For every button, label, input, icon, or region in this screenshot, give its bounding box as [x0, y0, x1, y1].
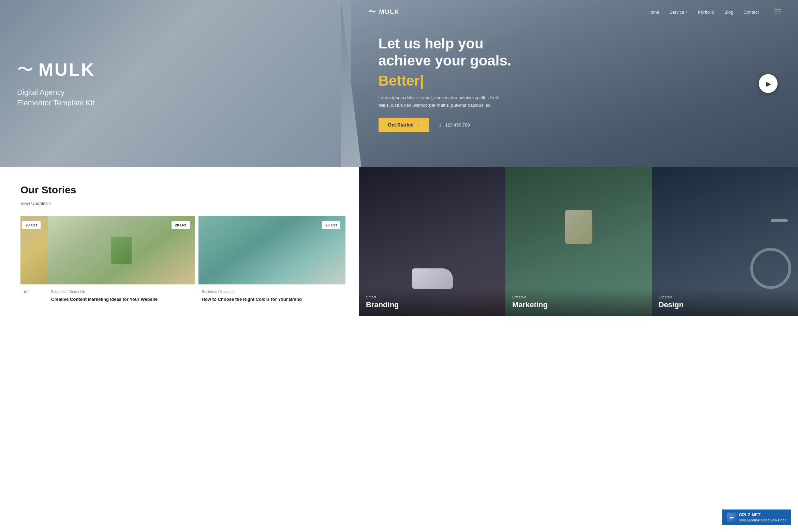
- hero-actions: Get Started → □ +123 456 789: [379, 118, 512, 132]
- stories-left: Our Stories View Updates > 20 Oct n?:: [0, 167, 359, 316]
- service-card-design[interactable]: Creative Design: [652, 167, 798, 316]
- hero-logo: 〜 MULK: [17, 59, 334, 80]
- navbar-brand: 〜 MULK: [368, 7, 400, 17]
- hero-brand-name: MULK: [39, 59, 95, 80]
- design-sub: Creative: [659, 295, 791, 299]
- blog-card-1-image: 20 Oct: [48, 216, 195, 284]
- design-title: Design: [659, 300, 791, 309]
- hamburger-menu[interactable]: [774, 10, 781, 14]
- blog-card-2: 20 Oct Business / Socio Lib How to Choos…: [198, 216, 346, 306]
- card-1-date-badge: 20 Oct: [172, 221, 190, 229]
- nav-service[interactable]: Service +: [669, 10, 688, 15]
- stories-title: Our Stories: [20, 184, 345, 196]
- card-1-title: Creative Content Marketing Ideas for You…: [51, 296, 192, 302]
- bike-circle-decoration: [750, 248, 791, 289]
- partial-card-image: 20 Oct: [20, 216, 48, 284]
- marketing-content: Effective Marketing: [505, 288, 652, 316]
- card-2-date-badge: 20 Oct: [322, 221, 340, 229]
- nav-contact[interactable]: Contact: [743, 10, 759, 15]
- shoe-decoration-icon: [412, 268, 453, 289]
- card-2-title: How to Choose the Right Colors for Your …: [202, 296, 342, 302]
- service-card-marketing[interactable]: Effective Marketing: [505, 167, 652, 316]
- blog-card-partial: 20 Oct n?:: [20, 216, 48, 306]
- marketing-title: Marketing: [512, 300, 645, 309]
- blog-card-2-image: 20 Oct: [198, 216, 346, 284]
- blog-card-1: 20 Oct Business / Socio Lib Creative Con…: [48, 216, 195, 306]
- hero-description: Lorem ipsum dolor sit amet, consectetur …: [379, 94, 508, 109]
- design-content: Creative Design: [652, 288, 798, 316]
- get-started-button[interactable]: Get Started →: [379, 118, 429, 132]
- phone-icon: □: [438, 122, 441, 128]
- card-2-body: Business / Socio Lib How to Choose the R…: [198, 284, 346, 306]
- blog-cards-container: 20 Oct n?: 20 Oct Business / Socio Lib: [20, 216, 345, 306]
- hero-left-panel: 〜 MULK Digital AgencyElementor Template …: [0, 0, 351, 167]
- card-2-category: Business / Socio Lib: [202, 290, 342, 294]
- card-1-body: Business / Socio Lib Creative Content Ma…: [48, 284, 195, 306]
- bike-seat-icon: [771, 219, 788, 222]
- hero-headline: Let us help you achieve your goals.: [379, 35, 512, 70]
- service-cards-container: Smart Branding Effective Marketing Creat…: [359, 167, 798, 316]
- hero-right-panel: 〜 MULK Home Service + Portfolio Blog Con…: [351, 0, 798, 167]
- play-button[interactable]: [759, 74, 778, 93]
- marketing-sub: Effective: [512, 295, 645, 299]
- watch-decoration-icon: [565, 210, 592, 244]
- hero-phone: □ +123 456 789: [438, 122, 470, 128]
- navbar-links: Home Service + Portfolio Blog Contact: [648, 10, 781, 15]
- partial-card-title: n?:: [24, 290, 44, 295]
- navbar: 〜 MULK Home Service + Portfolio Blog Con…: [351, 0, 798, 24]
- nav-home[interactable]: Home: [648, 10, 660, 15]
- hero-section: 〜 MULK Digital AgencyElementor Template …: [0, 0, 798, 167]
- branding-content: Smart Branding: [359, 288, 505, 316]
- stories-section: Our Stories View Updates > 20 Oct n?:: [0, 167, 798, 316]
- partial-card-body: n?:: [20, 284, 48, 298]
- branding-sub: Smart: [366, 295, 499, 299]
- hero-highlight: Better|: [379, 73, 512, 89]
- hero-subtitle: Digital AgencyElementor Template Kit: [17, 87, 334, 108]
- partial-date-badge: 20 Oct: [22, 221, 41, 229]
- logo-wave-icon: 〜: [17, 59, 33, 80]
- nav-portfolio[interactable]: Portfolio: [698, 10, 714, 15]
- navbar-logo-icon: 〜: [368, 7, 376, 17]
- service-card-branding[interactable]: Smart Branding: [359, 167, 505, 316]
- nav-blog[interactable]: Blog: [724, 10, 733, 15]
- card-1-category: Business / Socio Lib: [51, 290, 192, 294]
- view-updates-link[interactable]: View Updates >: [20, 201, 345, 206]
- hero-content: Let us help you achieve your goals. Bett…: [379, 35, 512, 132]
- navbar-brand-name: MULK: [379, 9, 400, 16]
- branding-title: Branding: [366, 300, 499, 309]
